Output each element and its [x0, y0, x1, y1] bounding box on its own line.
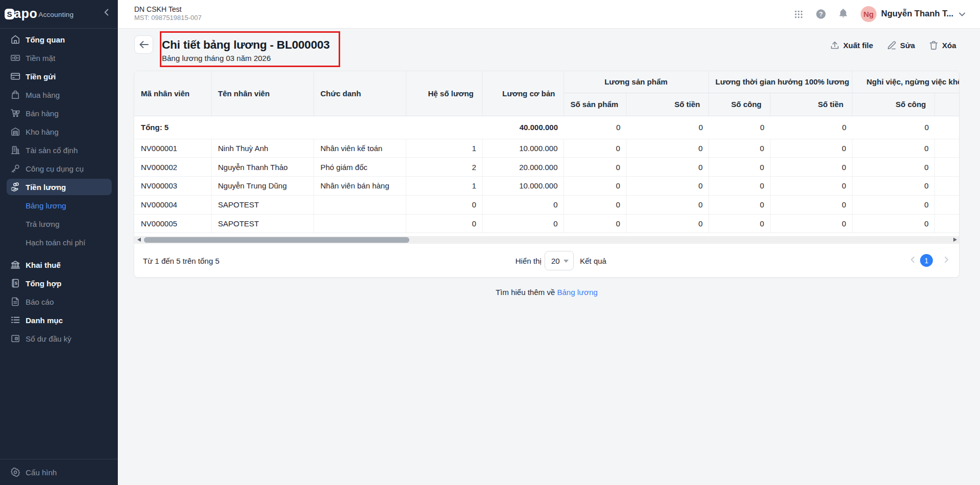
svg-text:$: $: [15, 281, 17, 286]
svg-text:?: ?: [819, 11, 823, 18]
